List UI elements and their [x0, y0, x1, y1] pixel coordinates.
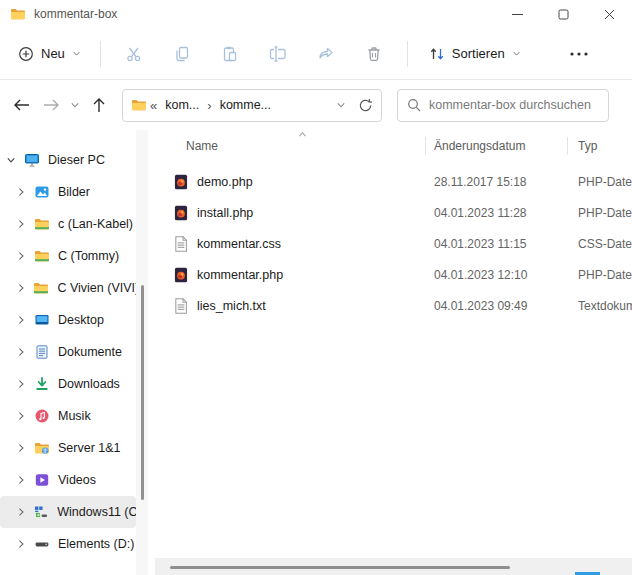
sidebar-scrollbar-thumb[interactable]: [141, 285, 144, 500]
column-header-type[interactable]: Typ: [578, 139, 632, 153]
back-button[interactable]: [6, 90, 36, 120]
php-file-icon: [172, 266, 190, 284]
maximize-button[interactable]: [540, 0, 586, 28]
chevron-right-icon[interactable]: [14, 507, 27, 517]
sidebar-item-label: Bilder: [58, 185, 90, 199]
breadcrumb-segment[interactable]: kom...: [165, 98, 199, 112]
main-content: Dieser PC Bilder c (Lan-Kabel) C (Tommy)…: [0, 130, 632, 575]
horizontal-scrollbar-thumb[interactable]: [170, 566, 510, 569]
rename-icon: [269, 45, 287, 63]
sidebar-item-c-tommy[interactable]: C (Tommy): [0, 240, 136, 272]
chevron-right-icon[interactable]: [14, 539, 28, 549]
breadcrumb-collapse-icon[interactable]: «: [150, 98, 157, 113]
sidebar-item-musik[interactable]: Musik: [0, 400, 136, 432]
sidebar-item-desktop[interactable]: Desktop: [0, 304, 136, 336]
sidebar-item-downloads[interactable]: Downloads: [0, 368, 136, 400]
sidebar-item-label: Windows11 (C:: [57, 505, 136, 519]
sidebar-item-dokumente[interactable]: Dokumente: [0, 336, 136, 368]
minimize-button[interactable]: [494, 0, 540, 28]
chevron-right-icon[interactable]: [14, 347, 28, 357]
recent-locations-button[interactable]: [66, 90, 84, 120]
network-folder-icon: [34, 440, 50, 456]
documents-icon: [34, 344, 50, 360]
sidebar-item-bilder[interactable]: Bilder: [0, 176, 136, 208]
file-row-demo-php[interactable]: demo.php 28.11.2017 15:18 PHP-Datei: [155, 166, 632, 197]
chevron-right-icon[interactable]: [14, 443, 28, 453]
file-row-kommentar-css[interactable]: kommentar.css 04.01.2023 11:15 CSS-Datei: [155, 228, 632, 259]
file-modified-date: 04.01.2023 09:49: [434, 299, 578, 313]
chevron-down-icon: [72, 49, 81, 58]
sidebar-item-label: Downloads: [58, 377, 120, 391]
file-modified-date: 04.01.2023 11:15: [434, 237, 578, 251]
copy-icon: [173, 45, 191, 63]
file-name: install.php: [197, 206, 253, 220]
sidebar-scrollbar-track[interactable]: [136, 130, 148, 575]
file-list-empty-area[interactable]: [155, 321, 632, 558]
synced-folder-icon: [34, 216, 50, 232]
sidebar-item-label: c (Lan-Kabel): [58, 217, 133, 231]
sidebar-item-dieser-pc[interactable]: Dieser PC: [0, 144, 136, 176]
title-bar: kommentar-box: [0, 0, 632, 28]
forward-button[interactable]: [36, 90, 66, 120]
sidebar-item-label: Videos: [58, 473, 96, 487]
file-row-lies-mich-txt[interactable]: lies_mich.txt 04.01.2023 09:49 Textdokum…: [155, 290, 632, 321]
share-button[interactable]: [306, 36, 346, 72]
trash-icon: [365, 45, 383, 63]
refresh-icon[interactable]: [358, 98, 373, 113]
column-divider[interactable]: [567, 137, 568, 155]
file-name: demo.php: [197, 175, 253, 189]
more-options-button[interactable]: [559, 43, 599, 65]
toolbar-separator: [407, 41, 408, 67]
column-header-name[interactable]: Name: [155, 139, 434, 153]
sidebar-item-windows11-c[interactable]: Windows11 (C:: [0, 496, 136, 528]
column-header-date[interactable]: Änderungsdatum: [434, 139, 578, 153]
command-toolbar: Neu: [0, 28, 632, 80]
chevron-right-icon[interactable]: [14, 379, 28, 389]
copy-button[interactable]: [162, 36, 202, 72]
search-box[interactable]: [397, 89, 609, 122]
chevron-down-icon[interactable]: [4, 155, 18, 165]
arrow-left-icon: [13, 98, 30, 112]
chevron-right-icon[interactable]: [14, 187, 28, 197]
chevron-right-icon[interactable]: [14, 283, 27, 293]
sidebar-item-label: C (Tommy): [58, 249, 119, 263]
search-input[interactable]: [429, 98, 599, 112]
file-type: PHP-Datei: [578, 206, 632, 220]
cut-button[interactable]: [114, 36, 154, 72]
sidebar-item-elements-d[interactable]: Elements (D:): [0, 528, 136, 560]
file-modified-date: 28.11.2017 15:18: [434, 175, 578, 189]
new-button[interactable]: Neu: [8, 39, 91, 69]
paste-button[interactable]: [210, 36, 250, 72]
sidebar-item-videos[interactable]: Videos: [0, 464, 136, 496]
breadcrumb-separator-icon[interactable]: ›: [207, 98, 211, 113]
column-divider[interactable]: [425, 137, 426, 155]
folder-icon: [131, 97, 147, 113]
text-file-icon: [172, 235, 190, 253]
address-bar[interactable]: « kom... › komme...: [122, 89, 382, 122]
chevron-right-icon[interactable]: [14, 411, 28, 421]
rename-button[interactable]: [258, 36, 298, 72]
file-row-kommentar-php[interactable]: kommentar.php 04.01.2023 12:10 PHP-Datei: [155, 259, 632, 290]
delete-button[interactable]: [354, 36, 394, 72]
sort-button[interactable]: Sortieren: [421, 39, 529, 69]
desktop-icon: [34, 312, 50, 328]
file-name: kommentar.php: [197, 268, 283, 282]
sidebar-item-c-vivien[interactable]: C Vivien (VIVI): [0, 272, 136, 304]
up-button[interactable]: [84, 90, 114, 120]
chevron-right-icon[interactable]: [14, 219, 28, 229]
cut-icon: [125, 45, 143, 63]
sidebar-item-server-1und1[interactable]: Server 1&1: [0, 432, 136, 464]
chevron-right-icon[interactable]: [14, 251, 28, 261]
close-button[interactable]: [586, 0, 632, 28]
synced-folder-icon: [34, 248, 50, 264]
chevron-right-icon[interactable]: [14, 475, 28, 485]
file-row-install-php[interactable]: install.php 04.01.2023 11:28 PHP-Datei: [155, 197, 632, 228]
address-dropdown-icon[interactable]: [336, 100, 346, 110]
file-type: PHP-Datei: [578, 268, 632, 282]
sidebar-item-c-lan-kabel[interactable]: c (Lan-Kabel): [0, 208, 136, 240]
navigation-bar: « kom... › komme...: [0, 80, 632, 130]
breadcrumb-segment[interactable]: komme...: [220, 98, 271, 112]
chevron-down-icon: [512, 49, 521, 58]
chevron-right-icon[interactable]: [14, 315, 28, 325]
horizontal-scrollbar-track[interactable]: [155, 558, 632, 575]
